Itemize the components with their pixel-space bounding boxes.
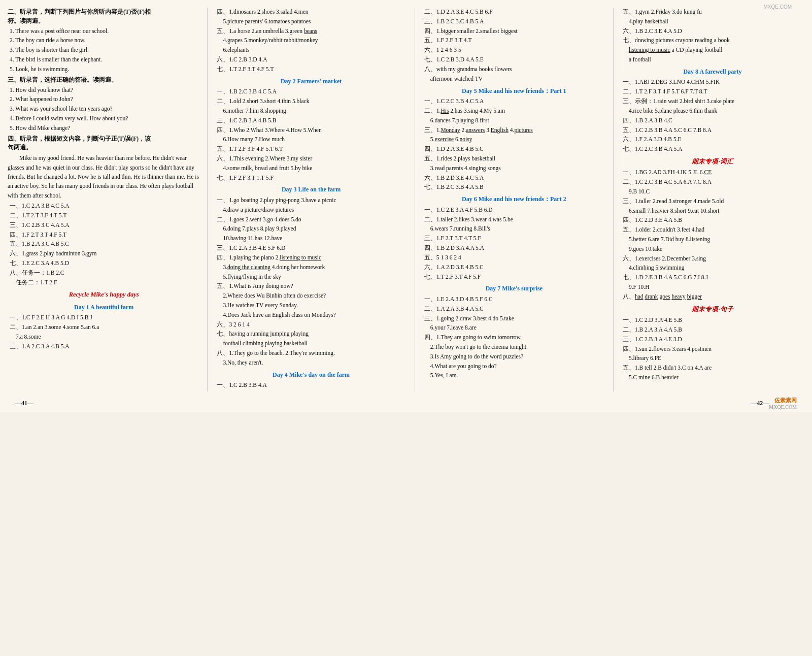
ans-5: 五、1.B 2.A 3.C 4.B 5.C <box>10 240 200 249</box>
day5e-6: 六、1.B 2.C 3.E 4.A 5.D <box>623 27 804 36</box>
special-vocab-title: 期末专项·词汇 <box>621 157 804 167</box>
day1-ans1: 一、1.C F 2.E H 3.A G 4.D I 5.B J <box>10 313 200 322</box>
sv-5b: 5.better 6.are 7.Did buy 8.listening <box>629 235 804 244</box>
ans-4: 四、1.F 2.T 3.T 4.F 5.T <box>10 231 200 240</box>
day5-answers: 一、1.C 2.C 3.B 4.C 5.A 二、1.His 2.has 3.si… <box>422 97 606 192</box>
q3-item2: 2. What happened to John? <box>10 95 200 104</box>
q2-item5: 5. Look, he is swimming. <box>10 65 200 74</box>
day1-ans2: 二、1.an 2.an 3.some 4.some 5.an 6.a <box>10 323 200 332</box>
day3-8b: 3.No, they aren't. <box>223 358 407 368</box>
ans-8b: 任务二：1.T 2.F <box>16 278 200 287</box>
ss-3: 三、1.C 2.B 3.A 4.E 3.D <box>623 335 804 344</box>
day7-answers: 一、1.E 2.A 3.D 4.B 5.F 6.C 二、1.A 2.A 3.B … <box>422 295 606 380</box>
q4-block: 四、听录音，根据短文内容，判断句子正(T)误(F)，该句两遍。 Mike is … <box>8 135 200 201</box>
day8-answers: 一、1.ABJ 2.DEG 3.LNO 4.CHM 5.FIK 二、1.T 2.… <box>621 78 804 154</box>
day5-2: 二、1.His 2.has 3.sing 4.My 5.am <box>424 107 606 116</box>
q3-item5: 5. How did Mike change? <box>10 124 200 133</box>
day2-3: 三、1.C 2.B 3.A 4.B 5.B <box>217 116 407 125</box>
col2-q6: 六、1.C 2.B 3.D 4.A <box>217 55 407 64</box>
col3-7: 七、1.C 2.B 3.D 4.A 5.E <box>424 55 606 64</box>
day3-4: 四、1.playing the piano 2.listening to mus… <box>217 253 407 263</box>
day3-2b: 6.doing 7.plays 8.play 9.played <box>223 224 407 234</box>
right-page-number: —42— <box>751 397 769 410</box>
day4-answers: 一、1.C 2.B 3.B 4.A <box>215 381 407 390</box>
day2-4b: 6.How many 7.How much <box>223 135 407 144</box>
sv-4: 四、1.C 2.D 3.E 4.A 5.B <box>623 216 804 225</box>
sv-1: 一、1.BG 2.AD 3.FH 4.IK 5.JL 6.CE <box>623 168 804 177</box>
q2-block: 二、听录音，判断下列图片与你所听内容是(T)否(F)相符。读两遍。 1. The… <box>8 8 200 74</box>
ss-4b: 5.library 6.PE <box>629 354 804 363</box>
recycle-title: Recycle Mike's happy days <box>8 290 200 300</box>
day2-2: 二、1.old 2.short 3.short 4.thin 5.black <box>217 97 407 106</box>
col3-6: 六、1 2 4 6 3 5 <box>424 46 606 55</box>
day5-title: Day 5 Mike and his new friends：Part 1 <box>422 86 606 96</box>
day5e-5b: 4.play basketball <box>629 17 804 26</box>
day6-1: 一、1.C 2.E 3.A 4.F 5.B 6.D <box>424 206 606 215</box>
watermark: MXQE.COM <box>763 4 792 10</box>
ans-7: 七、1.E 2.C 3.A 4.B 5.D <box>10 259 200 268</box>
day1-title: Day 1 A beautiful farm <box>8 303 200 312</box>
day5-6: 六、1.B 2.D 3.E 4.C 5.A <box>424 174 606 183</box>
day7-3b: 6.your 7.leave 8.are <box>430 323 606 333</box>
sv-6b: 4.climbing 5.swimming <box>629 264 804 273</box>
col3-top: 二、1.D 2.A 3.E 4.C 5.B 6.F 三、1.B 2.C 3.C … <box>422 8 606 84</box>
day3-7b: football climbing playing basketball <box>223 339 407 348</box>
day5-extra-answers: 五、1.gym 2.Friday 3.do kung fu 4.play bas… <box>621 8 804 64</box>
special-sentence-title: 期末专项·句子 <box>621 305 804 314</box>
col3-3: 三、1.B 2.C 3.C 4.B 5.A <box>424 17 606 26</box>
ss-4: 四、1.sun 2.flowers 3.ears 4.postmen <box>623 345 804 354</box>
day3-title: Day 3 Life on the farm <box>215 185 407 194</box>
ans-6: 六、1.grass 2.play badminton 3.gym <box>10 249 200 258</box>
logo-text: 佐素素网 <box>769 397 797 404</box>
day3-5: 五、1.What is Amy doing now? <box>217 282 407 291</box>
special-sentence-answers: 一、1.C 2.D 3.A 4.E 5.B 二、1.B 2.A 3.A 4.A … <box>621 316 804 382</box>
column-2: 四、1.dinosaurs 2.shoes 3.salad 4.men 5.pi… <box>215 8 407 391</box>
day6-6: 六、1.A 2.D 3.E 4.B 5.C <box>424 263 606 272</box>
day3-8: 八、1.They go to the beach. 2.They're swim… <box>217 349 407 358</box>
divider-2 <box>415 8 415 391</box>
columns-wrapper: 二、听录音，判断下列图片与你所听内容是(T)否(F)相符。读两遍。 1. The… <box>0 5 812 394</box>
divider-3 <box>613 8 614 391</box>
q2-header: 二、听录音，判断下列图片与你所听内容是(T)否(F)相符。读两遍。 <box>8 8 200 26</box>
left-page-number: —41— <box>15 397 33 410</box>
ans-3: 三、1.C 2.B 3.C 4.A 5.A <box>10 221 200 230</box>
special-vocab-answers: 一、1.BG 2.AD 3.FH 4.IK 5.JL 6.CE 二、1.C 2.… <box>621 168 804 301</box>
col3-4: 四、1.bigger smaller 2.smallest biggest <box>424 27 606 36</box>
day2-1: 一、1.B 2.C 3.B 4.C 5.A <box>217 87 407 96</box>
day6-5: 五、5 1 3 6 2 4 <box>424 253 606 263</box>
day8-7: 七、1.C 2.C 3.B 4.A 5.A <box>623 145 804 154</box>
day3-3: 三、1.C 2.A 3.B 4.E 5.F 6.D <box>217 244 407 253</box>
day6-answers: 一、1.C 2.E 3.A 4.F 5.B 6.D 二、1.taller 2.l… <box>422 206 606 282</box>
day3-7: 七、having a running jumping playing <box>217 330 407 339</box>
day5e-7: 七、drawing pictures crayons reading a boo… <box>623 36 804 45</box>
col2-q4: 四、1.dinosaurs 2.shoes 3.salad 4.men 5.pi… <box>215 8 407 74</box>
day5e-7b: listening to music a CD playing football <box>629 46 804 55</box>
day5-3b: 5.exercise 6.noisy <box>430 135 606 144</box>
day2-title: Day 2 Farmers' market <box>215 77 407 86</box>
sv-5c: 9.goes 10.take <box>629 245 804 254</box>
day6-title: Day 6 Mike and his new friends：Part 2 <box>422 194 606 204</box>
day5e-7c: a football <box>629 55 804 64</box>
day4-title: Day 4 Mike's day on the farm <box>215 370 407 380</box>
ans-2: 二、1.T 2.T 3.F 4.T 5.T <box>10 211 200 220</box>
sv-3: 三、1.taller 2.read 3.stronger 4.made 5.ol… <box>623 197 804 206</box>
day8-1: 一、1.ABJ 2.DEG 3.LNO 4.CHM 5.FIK <box>623 78 804 87</box>
day2-7: 七、1.F 2.F 3.T 1.T 5.F <box>217 174 407 183</box>
day7-4e: 5.Yes, I am. <box>430 371 606 380</box>
day8-4: 四、1.B 2.A 3.B 4.C <box>623 116 804 125</box>
day7-1: 一、1.E 2.A 3.D 4.B 5.F 6.C <box>424 295 606 304</box>
column-3: 二、1.D 2.A 3.E 4.C 5.B 6.F 三、1.B 2.C 3.C … <box>422 8 606 391</box>
day1-answers: 一、1.C F 2.E H 3.A G 4.D I 5.B J 二、1.an 2… <box>8 313 200 351</box>
day3-1: 一、1.go boating 2.play ping-pong 3.have a… <box>217 196 407 205</box>
q2-item4: 4. The bird is smaller than the elephant… <box>10 55 200 64</box>
ss-2: 二、1.B 2.A 3.A 4.A 5.B <box>623 325 804 335</box>
day1-ans3: 三、1.A 2.C 3.A 4.B 5.A <box>10 342 200 351</box>
day8-3: 三、示例：1.rain wait 2.bird shirt 3.cake pla… <box>623 97 804 106</box>
day7-2: 二、1.A 2.A 3.B 4.A 5.C <box>424 305 606 314</box>
col2-q7: 七、1.T 2.F 3.T 4.F 5.T <box>217 65 407 74</box>
ans-1: 一、1.C 2.A 3.B 4.C 5.A <box>10 202 200 211</box>
column-1: 二、听录音，判断下列图片与你所听内容是(T)否(F)相符。读两遍。 1. The… <box>8 8 200 391</box>
col2-q5-line2: 4.grapes 5.monkey/rabbit rabbit/monkey <box>223 36 407 45</box>
q2-item2: 2. The boy can ride a horse now. <box>10 36 200 45</box>
day6-7: 七、1.T 2.F 3.T 4.F 5.F <box>424 273 606 282</box>
